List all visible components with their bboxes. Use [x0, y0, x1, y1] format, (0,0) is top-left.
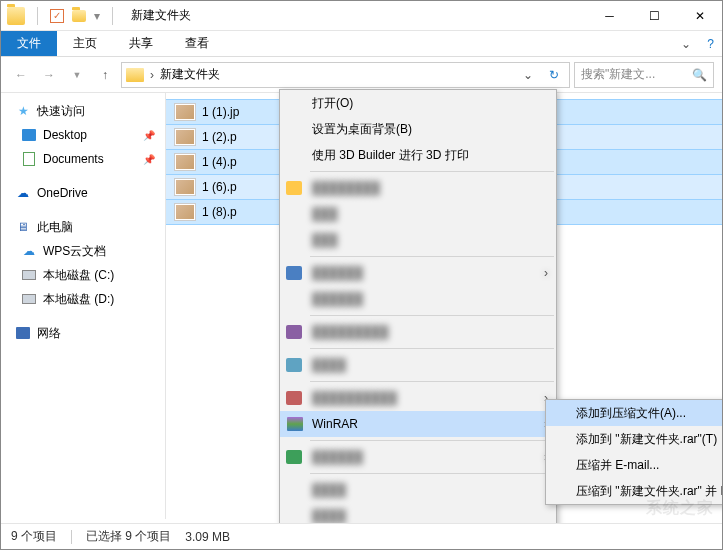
sidebar-item-label: 网络 [37, 325, 61, 342]
tab-share[interactable]: 共享 [113, 31, 169, 56]
menu-blurred[interactable]: ███ [280, 201, 556, 227]
menu-3d-print[interactable]: 使用 3D Builder 进行 3D 打印 [280, 142, 556, 168]
close-button[interactable]: ✕ [677, 1, 722, 31]
status-item-count: 9 个项目 [11, 528, 57, 545]
tab-file[interactable]: 文件 [1, 31, 57, 56]
window-title: 新建文件夹 [125, 7, 587, 24]
minimize-button[interactable]: ─ [587, 1, 632, 31]
app-icon [286, 181, 302, 195]
file-name: 1 (2).p [202, 130, 237, 144]
refresh-button[interactable]: ↻ [543, 68, 565, 82]
menu-open[interactable]: 打开(O) [280, 90, 556, 116]
menu-blurred[interactable]: ██████› [280, 444, 556, 470]
sidebar-network[interactable]: 网络 [1, 321, 165, 345]
folder-small-icon [70, 7, 88, 25]
address-folder-icon [126, 68, 144, 82]
search-placeholder: 搜索"新建文... [581, 66, 688, 83]
ribbon-help-icon[interactable]: ? [707, 37, 714, 51]
menu-blurred[interactable]: ██████ [280, 286, 556, 312]
app-icon [286, 325, 302, 339]
winrar-submenu: 添加到压缩文件(A)... 添加到 "新建文件夹.rar"(T) 压缩并 E-m… [545, 399, 723, 505]
pin-icon: 📌 [143, 154, 155, 165]
search-icon: 🔍 [692, 68, 707, 82]
nav-forward-button[interactable]: → [37, 63, 61, 87]
sidebar-wps[interactable]: ☁ WPS云文档 [1, 239, 165, 263]
status-selected-count: 已选择 9 个项目 [86, 528, 171, 545]
sidebar-quick-access[interactable]: ★ 快速访问 [1, 99, 165, 123]
status-size: 3.09 MB [185, 530, 230, 544]
status-bar: 9 个项目 已选择 9 个项目 3.09 MB [1, 523, 722, 549]
app-icon [286, 450, 302, 464]
image-thumbnail-icon [174, 203, 196, 221]
image-thumbnail-icon [174, 153, 196, 171]
tab-home[interactable]: 主页 [57, 31, 113, 56]
address-path: 新建文件夹 [160, 66, 513, 83]
submenu-compress-email[interactable]: 压缩并 E-mail... [546, 452, 723, 478]
winrar-icon [286, 415, 304, 433]
disk-icon [21, 267, 37, 283]
menu-blurred[interactable]: █████████ [280, 319, 556, 345]
menu-blurred[interactable]: ██████› [280, 260, 556, 286]
sidebar-item-label: 快速访问 [37, 103, 85, 120]
sidebar-diskc[interactable]: 本地磁盘 (C:) [1, 263, 165, 287]
menu-blurred[interactable]: ████ [280, 477, 556, 503]
menu-winrar[interactable]: WinRAR › [280, 411, 556, 437]
sidebar-item-label: WPS云文档 [43, 243, 106, 260]
star-icon: ★ [15, 103, 31, 119]
sidebar-item-label: 此电脑 [37, 219, 73, 236]
address-dropdown-icon[interactable]: ⌄ [519, 68, 537, 82]
sidebar-item-label: 本地磁盘 (C:) [43, 267, 114, 284]
app-icon [286, 266, 302, 280]
file-name: 1 (8).p [202, 205, 237, 219]
cloud-icon: ☁ [21, 243, 37, 259]
pin-icon: 📌 [143, 130, 155, 141]
sidebar-documents[interactable]: Documents 📌 [1, 147, 165, 171]
folder-app-icon [7, 7, 25, 25]
app-icon [286, 391, 302, 405]
sidebar-desktop[interactable]: Desktop 📌 [1, 123, 165, 147]
maximize-button[interactable]: ☐ [632, 1, 677, 31]
menu-blurred[interactable]: ████ [280, 352, 556, 378]
image-thumbnail-icon [174, 128, 196, 146]
qat-properties-icon[interactable]: ✓ [50, 9, 64, 23]
desktop-icon [21, 127, 37, 143]
menu-blurred[interactable]: ████████ [280, 175, 556, 201]
sidebar-item-label: 本地磁盘 (D:) [43, 291, 114, 308]
network-icon [15, 325, 31, 341]
context-menu: 打开(O) 设置为桌面背景(B) 使用 3D Builder 进行 3D 打印 … [279, 89, 557, 537]
address-bar[interactable]: › 新建文件夹 ⌄ ↻ [121, 62, 570, 88]
qat-dropdown-icon[interactable]: ▾ [94, 9, 100, 23]
ribbon-tabs: 文件 主页 共享 查看 ⌄ ? [1, 31, 722, 57]
sidebar-onedrive[interactable]: ☁ OneDrive [1, 181, 165, 205]
tab-view[interactable]: 查看 [169, 31, 225, 56]
document-icon [21, 151, 37, 167]
sidebar-item-label: Documents [43, 152, 104, 166]
nav-recent-dropdown[interactable]: ▼ [65, 63, 89, 87]
sidebar-item-label: OneDrive [37, 186, 88, 200]
thispc-icon: 🖥 [15, 219, 31, 235]
navigation-pane: ★ 快速访问 Desktop 📌 Documents 📌 ☁ OneDrive … [1, 93, 166, 519]
disk-icon [21, 291, 37, 307]
watermark: 系统之家 [646, 498, 714, 519]
menu-blurred[interactable]: ██████████› [280, 385, 556, 411]
sidebar-diskd[interactable]: 本地磁盘 (D:) [1, 287, 165, 311]
menu-blurred[interactable]: ███ [280, 227, 556, 253]
submenu-add-to-rar[interactable]: 添加到 "新建文件夹.rar"(T) [546, 426, 723, 452]
title-bar: ✓ ▾ 新建文件夹 ─ ☐ ✕ [1, 1, 722, 31]
chevron-right-icon: › [544, 266, 548, 280]
submenu-add-to-archive[interactable]: 添加到压缩文件(A)... [546, 400, 723, 426]
search-input[interactable]: 搜索"新建文... 🔍 [574, 62, 714, 88]
image-thumbnail-icon [174, 103, 196, 121]
onedrive-icon: ☁ [15, 185, 31, 201]
nav-up-button[interactable]: ↑ [93, 63, 117, 87]
sidebar-thispc[interactable]: 🖥 此电脑 [1, 215, 165, 239]
file-name: 1 (1).jp [202, 105, 239, 119]
file-name: 1 (6).p [202, 180, 237, 194]
app-icon [286, 358, 302, 372]
address-bar-row: ← → ▼ ↑ › 新建文件夹 ⌄ ↻ 搜索"新建文... 🔍 [1, 57, 722, 93]
nav-back-button[interactable]: ← [9, 63, 33, 87]
menu-set-background[interactable]: 设置为桌面背景(B) [280, 116, 556, 142]
image-thumbnail-icon [174, 178, 196, 196]
file-name: 1 (4).p [202, 155, 237, 169]
ribbon-expand-icon[interactable]: ⌄ [681, 37, 691, 51]
